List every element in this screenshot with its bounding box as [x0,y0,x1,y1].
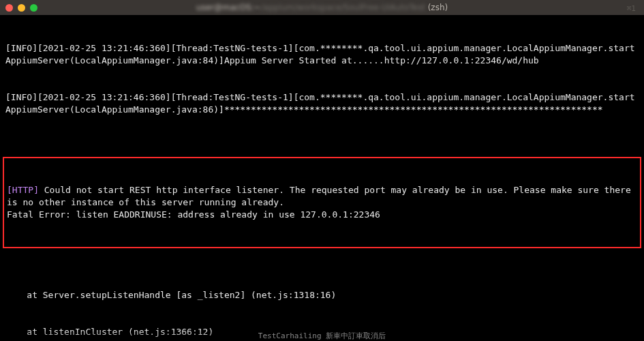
tab-shortcut-indicator: ⌘1 [627,3,636,15]
window-controls [5,4,37,12]
editor-tab-caption: TestCarhailing 新車中訂車取消后 [0,331,644,341]
maximize-icon[interactable] [30,4,37,12]
close-icon[interactable] [5,4,13,12]
title-host: user@macOS:~ [196,3,261,12]
highlighted-error-block: [HTTP] Could not start REST http interfa… [3,157,641,248]
minimize-icon[interactable] [18,4,25,12]
log-line: [INFO][2021-02-25 13:21:46:360][Thread:T… [5,42,639,67]
terminal-output[interactable]: [INFO][2021-02-25 13:21:46:360][Thread:T… [0,15,644,341]
terminal-window: user@macOS:~/appium/workspace/SoulFree-U… [0,0,644,341]
log-line: [HTTP] Could not start REST http interfa… [7,184,637,221]
log-line: [INFO][2021-02-25 13:21:46:360][Thread:T… [5,91,639,116]
title-shell: (zsh) [425,3,448,12]
titlebar[interactable]: user@macOS:~/appium/workspace/SoulFree-U… [0,0,644,15]
stack-line: at Server.setupListenHandle [as _listen2… [5,289,639,301]
http-tag: [HTTP] [7,185,39,195]
title-path: /appium/workspace/SoulFree-UIAutoTest [261,3,425,12]
window-title: user@macOS:~/appium/workspace/SoulFree-U… [0,1,644,14]
